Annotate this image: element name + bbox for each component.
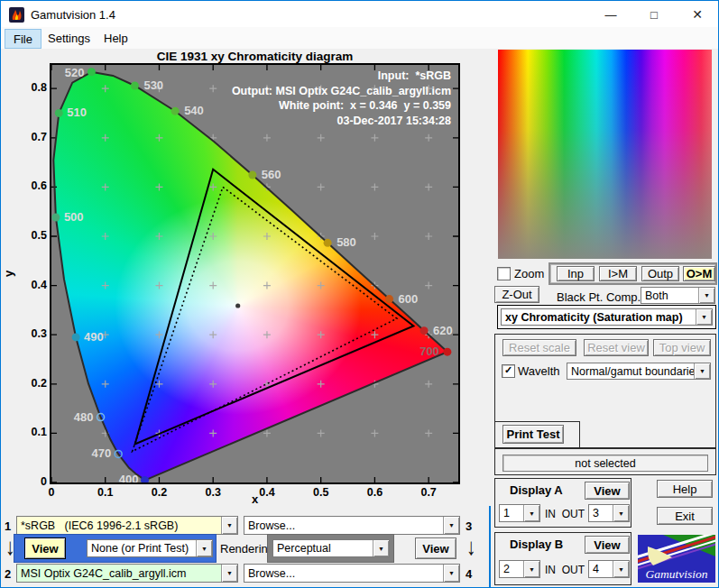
menu-settings[interactable]: Settings: [40, 29, 98, 47]
grid-cross: [263, 331, 271, 338]
outp-button[interactable]: Outp: [641, 266, 679, 281]
dropdown-arrow-icon[interactable]: [443, 517, 459, 534]
mode-combo[interactable]: None (or Print Test): [87, 539, 213, 557]
gamut-triangle-dotted: [133, 187, 397, 451]
plot-title: CIE 1931 xy Chromaticity diagram: [50, 50, 460, 63]
display-b-view-button[interactable]: View: [585, 536, 630, 554]
dropdown-arrow-icon[interactable]: [523, 561, 539, 577]
black-pt-comp-combo[interactable]: Both: [641, 287, 715, 304]
annotation-line: White point: x = 0.346 y = 0.359: [51, 98, 451, 114]
dropdown-arrow-icon[interactable]: [696, 309, 712, 325]
wavelength-marker-620: [420, 326, 429, 335]
top-view-button[interactable]: Top view: [653, 339, 711, 356]
menu-file[interactable]: File: [5, 29, 41, 49]
minimize-button[interactable]: —: [593, 2, 629, 27]
exit-button[interactable]: Exit: [657, 507, 713, 525]
display-a-view-button[interactable]: View: [585, 482, 630, 500]
wavelength-label-480: 480: [74, 410, 94, 424]
view-b-button[interactable]: View: [415, 537, 456, 559]
o-to-m-button[interactable]: O>M: [683, 266, 715, 281]
chromaticity-plot[interactable]: 4004704804905005105205305405605806006207…: [50, 63, 460, 484]
zoom-checkbox[interactable]: [497, 267, 511, 280]
grid-cross: [263, 134, 271, 142]
dropdown-arrow-icon[interactable]: [698, 288, 714, 303]
app-icon: [9, 7, 24, 23]
grid-cross: [209, 381, 217, 388]
grid-cross: [155, 134, 162, 142]
dropdown-arrow-icon[interactable]: [443, 565, 459, 582]
display-a-inout-label: IN OUT: [545, 508, 585, 520]
browse-3-combo[interactable]: Browse...: [244, 516, 460, 535]
wavelength-marker-600: [385, 295, 393, 303]
print-test-button[interactable]: Print Test: [502, 425, 564, 444]
grid-cross: [102, 134, 109, 142]
wavelength-marker-400: [141, 476, 149, 482]
saturation-map-preview: [498, 50, 712, 259]
wavelength-marker-500: [51, 214, 60, 222]
white-point-marker: [235, 303, 240, 308]
grid-cross: [318, 381, 325, 388]
down-arrow-icon: [466, 533, 476, 560]
display-b-out-combo[interactable]: 4: [588, 560, 630, 578]
grid-cross: [263, 282, 271, 289]
view-mode-combo[interactable]: xy Chromaticity (Saturation map): [501, 308, 713, 326]
slot1-number: 1: [5, 519, 11, 533]
dropdown-arrow-icon[interactable]: [694, 363, 710, 379]
y-tick-label: 0.2: [18, 377, 47, 390]
wavelength-label-620: 620: [433, 324, 453, 337]
display-a-in-combo[interactable]: 1: [499, 504, 540, 522]
display-b-inout-label: IN OUT: [545, 564, 585, 576]
inp-button[interactable]: Inp: [557, 266, 595, 281]
browse-4-combo[interactable]: Browse...: [244, 564, 460, 583]
dropdown-arrow-icon[interactable]: [373, 540, 389, 556]
wavelength-label-700: 700: [419, 345, 439, 358]
wavelth-checkbox[interactable]: ✓: [502, 364, 515, 378]
view-a-button[interactable]: View: [24, 537, 66, 559]
spectral-locus-outline: [53, 72, 447, 481]
wavelth-label: Wavelth: [518, 364, 559, 378]
grid-cross: [155, 183, 162, 190]
window-title: Gamutvision 1.4: [31, 8, 115, 22]
dropdown-arrow-icon[interactable]: [221, 565, 237, 582]
grid-cross: [425, 134, 432, 142]
dropdown-arrow-icon[interactable]: [221, 517, 237, 534]
dropdown-arrow-icon[interactable]: [613, 561, 629, 577]
wavelength-label-600: 600: [399, 292, 419, 306]
grid-cross: [425, 183, 432, 190]
help-button[interactable]: Help: [657, 480, 713, 498]
dropdown-arrow-icon[interactable]: [523, 505, 539, 521]
display-a-out-combo[interactable]: 3: [588, 504, 630, 522]
plot-annotation: Input: *sRGBOutput: MSI Optix G24C_calib…: [51, 69, 451, 128]
y-tick-label: 0.7: [18, 131, 47, 143]
grid-cross: [209, 233, 217, 240]
reset-scale-button[interactable]: Reset scale: [502, 339, 576, 356]
grid-cross: [371, 183, 378, 190]
menu-help[interactable]: Help: [96, 29, 136, 47]
close-button[interactable]: ✕: [679, 2, 715, 27]
dropdown-arrow-icon[interactable]: [613, 505, 629, 521]
y-tick-label: 0: [18, 475, 47, 488]
reset-view-button[interactable]: Reset view: [584, 339, 649, 356]
y-tick-label: 0.6: [18, 179, 47, 192]
close-icon: ✕: [692, 7, 703, 22]
grid-cross: [318, 282, 325, 289]
z-out-button[interactable]: Z-Out: [494, 286, 539, 303]
x-axis-label: x: [50, 492, 460, 506]
logo-text: Gamutvision: [646, 567, 708, 581]
grid-cross: [318, 331, 325, 338]
grid-cross: [318, 429, 325, 436]
output-profile-combo[interactable]: MSI Optix G24C_calib_argyll.icm: [16, 564, 238, 583]
input-profile-combo[interactable]: *sRGB (IEC6 1996-2.1 sRGB): [16, 516, 238, 535]
wavelength-label-400: 400: [119, 473, 139, 482]
rendering-intent-combo[interactable]: Perceptual: [272, 539, 390, 557]
maximize-button[interactable]: □: [636, 2, 672, 27]
grid-cross: [155, 233, 162, 240]
grid-cross: [425, 282, 432, 289]
display-b-in-combo[interactable]: 2: [499, 560, 540, 578]
i-to-m-button[interactable]: I>M: [599, 266, 637, 281]
wavelength-marker-490: [72, 333, 80, 341]
dropdown-arrow-icon[interactable]: [196, 540, 212, 556]
boundaries-combo[interactable]: Normal/gamut boundaries: [567, 363, 711, 380]
wavelength-label-470: 470: [91, 446, 111, 460]
grid-cross: [371, 233, 378, 240]
